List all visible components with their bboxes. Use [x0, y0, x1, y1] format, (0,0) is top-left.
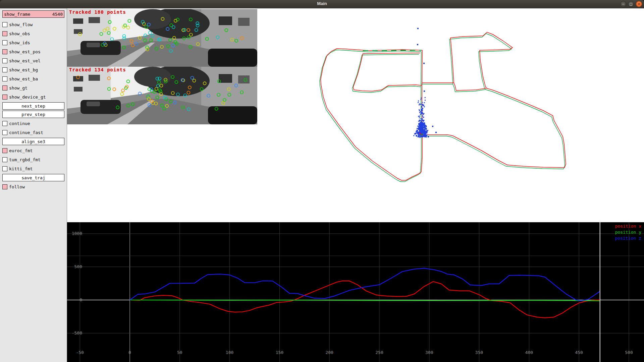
- checkbox-row-continue_fast[interactable]: continue_fast: [2, 128, 64, 137]
- svg-text:-500: -500: [72, 330, 82, 336]
- title-bar[interactable]: Main − ◻ ✕: [0, 0, 644, 9]
- checkbox-label: euroc_fmt: [9, 148, 33, 153]
- maximize-icon: ◻: [629, 2, 632, 6]
- checkbox-label: show_device_gt: [9, 95, 46, 100]
- show_gt-checkbox[interactable]: [2, 85, 7, 90]
- checkbox-row-euroc_fmt[interactable]: euroc_fmt: [2, 146, 64, 155]
- maximize-button[interactable]: ◻: [628, 1, 634, 7]
- checkbox-label: show_obs: [9, 31, 30, 36]
- save_traj-button[interactable]: save_traj: [2, 174, 64, 181]
- close-button[interactable]: ✕: [636, 1, 642, 7]
- svg-text:400: 400: [525, 350, 533, 355]
- kitti_fmt-checkbox[interactable]: [2, 166, 7, 171]
- checkbox-row-follow[interactable]: follow: [2, 182, 64, 191]
- prev_step-button[interactable]: prev_step: [2, 111, 64, 118]
- checkbox-label: show_est_bg: [9, 67, 38, 72]
- legend-entry-position-y: position y: [615, 229, 641, 235]
- checkbox-row-show_gt[interactable]: show_gt: [2, 83, 64, 93]
- checkbox-label: continue_fast: [9, 130, 43, 135]
- camera-image-right: Tracked 134 points: [67, 67, 257, 124]
- align_se3-button[interactable]: align_se3: [2, 138, 64, 145]
- show_device_gt-checkbox[interactable]: [2, 95, 7, 100]
- close-icon: ✕: [637, 2, 640, 6]
- var-label: show_frame: [4, 12, 30, 17]
- checkbox-row-kitti_fmt[interactable]: kitti_fmt: [2, 164, 64, 173]
- checkbox-label: show_flow: [9, 22, 33, 27]
- checkbox-label: follow: [9, 184, 25, 189]
- checkbox-label: show_est_pos: [9, 49, 41, 54]
- tracked-points-label-left: Tracked 180 points: [69, 9, 126, 15]
- svg-text:1000: 1000: [72, 231, 82, 236]
- svg-text:50: 50: [177, 350, 182, 355]
- checkbox-row-show_obs[interactable]: show_obs: [2, 29, 64, 38]
- next_step-button[interactable]: next_step: [2, 102, 64, 110]
- checkbox-label: show_ids: [9, 40, 30, 45]
- svg-text:250: 250: [375, 350, 383, 355]
- minimize-button[interactable]: −: [620, 1, 626, 7]
- checkbox-row-show_ids[interactable]: show_ids: [2, 38, 64, 47]
- main-window: Main − ◻ ✕ show_frame4540show_flowshow_o…: [0, 0, 644, 362]
- continue-checkbox[interactable]: [2, 121, 7, 126]
- svg-text:0: 0: [128, 350, 131, 355]
- tracked-points-label-right: Tracked 134 points: [69, 67, 126, 72]
- show_est_pos-checkbox[interactable]: [2, 49, 7, 54]
- svg-text:200: 200: [325, 350, 333, 355]
- var-show_frame[interactable]: show_frame4540: [2, 10, 64, 18]
- svg-text:0: 0: [79, 297, 82, 302]
- svg-text:350: 350: [475, 350, 483, 355]
- svg-text:500: 500: [74, 264, 82, 269]
- camera-right-scene: [67, 67, 257, 124]
- plot-canvas[interactable]: 10005000-500-500501001502002503003504004…: [67, 222, 644, 362]
- window-title: Main: [0, 1, 644, 6]
- camera-left-scene: [67, 9, 257, 67]
- checkbox-label: show_est_vel: [9, 58, 41, 63]
- var-value: 4540: [52, 12, 63, 17]
- checkbox-row-show_est_bg[interactable]: show_est_bg: [2, 65, 64, 74]
- checkbox-row-show_flow[interactable]: show_flow: [2, 20, 64, 29]
- camera-image-left: Tracked 180 points: [67, 9, 257, 67]
- checkbox-row-show_device_gt[interactable]: show_device_gt: [2, 93, 64, 102]
- minimize-icon: −: [622, 2, 625, 6]
- follow-checkbox[interactable]: [2, 184, 7, 189]
- show_est_ba-checkbox[interactable]: [2, 76, 7, 81]
- show_est_bg-checkbox[interactable]: [2, 67, 7, 72]
- checkbox-label: show_est_ba: [9, 76, 38, 81]
- show_ids-checkbox[interactable]: [2, 40, 7, 45]
- svg-text:-50: -50: [76, 350, 84, 355]
- svg-text:500: 500: [625, 350, 633, 355]
- position-plot[interactable]: 10005000-500-500501001502002503003504004…: [67, 222, 644, 362]
- plot-legend: position xposition yposition z: [615, 223, 641, 241]
- legend-entry-position-x: position x: [615, 223, 641, 229]
- checkbox-row-show_est_ba[interactable]: show_est_ba: [2, 74, 64, 83]
- show_obs-checkbox[interactable]: [2, 31, 7, 36]
- checkbox-label: tum_rgbd_fmt: [9, 157, 41, 162]
- continue_fast-checkbox[interactable]: [2, 130, 7, 135]
- svg-text:100: 100: [226, 350, 233, 355]
- checkbox-row-show_est_vel[interactable]: show_est_vel: [2, 56, 64, 65]
- trajectory-view[interactable]: Tracked 180 points Tracked 134 points: [67, 8, 644, 222]
- euroc_fmt-checkbox[interactable]: [2, 148, 7, 153]
- svg-text:450: 450: [575, 350, 583, 355]
- show_est_vel-checkbox[interactable]: [2, 58, 7, 63]
- checkbox-label: continue: [9, 121, 30, 126]
- tum_rgbd_fmt-checkbox[interactable]: [2, 157, 7, 162]
- checkbox-label: kitti_fmt: [9, 166, 33, 171]
- control-panel: show_frame4540show_flowshow_obsshow_idss…: [0, 8, 67, 362]
- svg-text:300: 300: [425, 350, 433, 355]
- checkbox-row-show_est_pos[interactable]: show_est_pos: [2, 47, 64, 56]
- checkbox-row-continue[interactable]: continue: [2, 119, 64, 128]
- legend-entry-position-z: position z: [615, 235, 641, 241]
- checkbox-label: show_gt: [9, 85, 28, 90]
- show_flow-checkbox[interactable]: [2, 22, 7, 27]
- checkbox-row-tum_rgbd_fmt[interactable]: tum_rgbd_fmt: [2, 155, 64, 164]
- svg-text:150: 150: [276, 350, 283, 355]
